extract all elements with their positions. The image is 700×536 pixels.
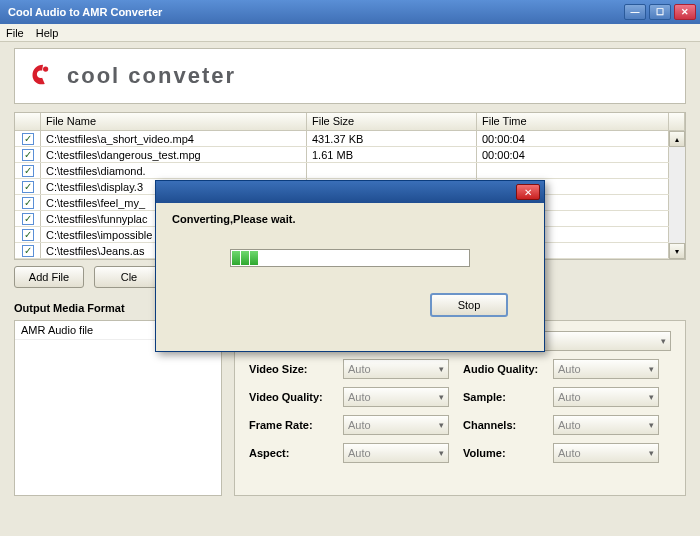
row-checkbox[interactable]: ✓ — [22, 149, 34, 161]
table-row[interactable]: ✓C:\testfiles\diamond. — [15, 163, 669, 179]
dialog-message: Converting,Please wait. — [172, 213, 528, 225]
channels-select[interactable]: Auto▾ — [553, 415, 659, 435]
minimize-button[interactable]: — — [624, 4, 646, 20]
sample-select[interactable]: Auto▾ — [553, 387, 659, 407]
row-checkbox[interactable]: ✓ — [22, 245, 34, 257]
row-checkbox[interactable]: ✓ — [22, 181, 34, 193]
chevron-down-icon: ▾ — [649, 392, 654, 402]
cell-filesize — [307, 163, 477, 178]
dialog-titlebar: ✕ — [156, 181, 544, 203]
titlebar: Cool Audio to AMR Converter — ☐ ✕ — [0, 0, 700, 24]
svg-point-0 — [43, 66, 48, 71]
frame-rate-select[interactable]: Auto▾ — [343, 415, 449, 435]
video-size-select[interactable]: Auto▾ — [343, 359, 449, 379]
volume-select[interactable]: Auto▾ — [553, 443, 659, 463]
chevron-down-icon: ▾ — [661, 336, 666, 346]
frame-rate-label: Frame Rate: — [249, 419, 335, 431]
cell-filetime: 00:00:04 — [477, 131, 669, 146]
stop-button[interactable]: Stop — [430, 293, 508, 317]
progress-segment — [250, 251, 258, 265]
volume-label: Volume: — [463, 447, 545, 459]
chevron-down-icon: ▾ — [439, 392, 444, 402]
audio-quality-label: Audio Quality: — [463, 363, 545, 375]
channels-label: Channels: — [463, 419, 545, 431]
col-scrollbar-head — [669, 113, 685, 130]
menu-file[interactable]: File — [6, 27, 24, 39]
sample-label: Sample: — [463, 391, 545, 403]
table-header: File Name File Size File Time — [15, 113, 685, 131]
scroll-up-icon[interactable]: ▴ — [669, 131, 685, 147]
logo-icon — [29, 62, 57, 90]
cell-filetime — [477, 163, 669, 178]
scroll-down-icon[interactable]: ▾ — [669, 243, 685, 259]
cell-filename: C:\testfiles\dangerous_test.mpg — [41, 147, 307, 162]
menubar: File Help — [0, 24, 700, 42]
col-filename[interactable]: File Name — [41, 113, 307, 130]
row-checkbox[interactable]: ✓ — [22, 197, 34, 209]
chevron-down-icon: ▾ — [439, 448, 444, 458]
row-checkbox[interactable]: ✓ — [22, 213, 34, 225]
app-title: Cool Audio to AMR Converter — [4, 6, 624, 18]
clear-button[interactable]: Cle — [94, 266, 164, 288]
window-controls: — ☐ ✕ — [624, 4, 696, 20]
chevron-down-icon: ▾ — [649, 364, 654, 374]
close-button[interactable]: ✕ — [674, 4, 696, 20]
row-checkbox[interactable]: ✓ — [22, 133, 34, 145]
cell-filename: C:\testfiles\a_short_video.mp4 — [41, 131, 307, 146]
cell-filename: C:\testfiles\diamond. — [41, 163, 307, 178]
aspect-select[interactable]: Auto▾ — [343, 443, 449, 463]
progress-segment — [232, 251, 240, 265]
maximize-button[interactable]: ☐ — [649, 4, 671, 20]
progress-dialog: ✕ Converting,Please wait. Stop — [155, 180, 545, 352]
col-checkbox[interactable] — [15, 113, 41, 130]
chevron-down-icon: ▾ — [439, 364, 444, 374]
audio-quality-select[interactable]: Auto▾ — [553, 359, 659, 379]
brand-banner: cool conveter — [14, 48, 686, 104]
add-file-button[interactable]: Add File — [14, 266, 84, 288]
progress-segment — [241, 251, 249, 265]
brand-text: cool conveter — [67, 63, 236, 89]
cell-filesize: 1.61 MB — [307, 147, 477, 162]
chevron-down-icon: ▾ — [649, 420, 654, 430]
chevron-down-icon: ▾ — [439, 420, 444, 430]
col-filesize[interactable]: File Size — [307, 113, 477, 130]
cell-filesize: 431.37 KB — [307, 131, 477, 146]
video-size-label: Video Size: — [249, 363, 335, 375]
vertical-scrollbar[interactable]: ▴ ▾ — [669, 131, 685, 259]
aspect-label: Aspect: — [249, 447, 335, 459]
row-checkbox[interactable]: ✓ — [22, 229, 34, 241]
progress-bar — [230, 249, 470, 267]
row-checkbox[interactable]: ✓ — [22, 165, 34, 177]
table-row[interactable]: ✓C:\testfiles\a_short_video.mp4431.37 KB… — [15, 131, 669, 147]
table-row[interactable]: ✓C:\testfiles\dangerous_test.mpg1.61 MB0… — [15, 147, 669, 163]
menu-help[interactable]: Help — [36, 27, 59, 39]
video-quality-select[interactable]: Auto▾ — [343, 387, 449, 407]
dialog-close-button[interactable]: ✕ — [516, 184, 540, 200]
video-quality-label: Video Quality: — [249, 391, 335, 403]
col-filetime[interactable]: File Time — [477, 113, 669, 130]
chevron-down-icon: ▾ — [649, 448, 654, 458]
cell-filetime: 00:00:04 — [477, 147, 669, 162]
